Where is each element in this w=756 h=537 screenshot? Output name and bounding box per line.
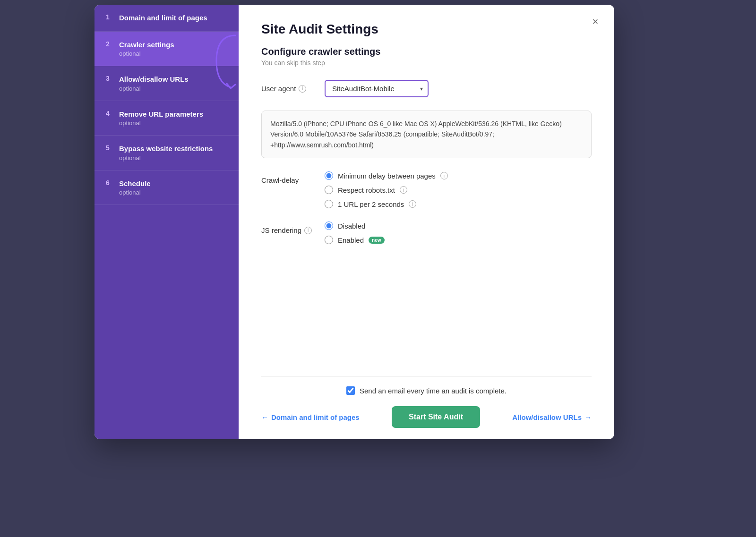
sidebar-item-title-4: Remove URL parameters	[119, 110, 203, 119]
sidebar-item-bypass[interactable]: 5 Bypass website restrictions optional	[94, 136, 239, 170]
js-rendering-disabled-label: Disabled	[338, 222, 365, 230]
crawl-delay-minimum-info-icon[interactable]: i	[440, 172, 448, 179]
forward-link[interactable]: Allow/disallow URLs →	[512, 413, 592, 421]
dialog: 1 Domain and limit of pages 2 Crawler se…	[94, 5, 614, 439]
crawl-delay-one-url[interactable]: 1 URL per 2 seconds i	[325, 200, 448, 208]
js-rendering-disabled[interactable]: Disabled	[325, 222, 385, 230]
new-badge: new	[369, 237, 384, 244]
section-title: Configure crawler settings	[261, 46, 592, 57]
js-rendering-info-icon[interactable]: i	[304, 227, 312, 234]
sidebar-item-number-5: 5	[106, 144, 114, 152]
sidebar-item-title-2: Crawler settings	[119, 40, 174, 50]
email-checkbox[interactable]	[346, 386, 355, 395]
forward-link-label: Allow/disallow URLs	[512, 413, 582, 421]
sidebar-item-crawler[interactable]: 2 Crawler settings optional	[94, 32, 239, 67]
back-link-label: Domain and limit of pages	[271, 413, 360, 421]
crawl-delay-label: Crawl-delay	[261, 171, 313, 184]
crawl-delay-minimum-label: Minimum delay between pages	[338, 172, 436, 180]
sidebar-item-number-2: 2	[106, 40, 114, 48]
js-rendering-row: JS rendering i Disabled Enabled new	[261, 222, 592, 244]
sidebar-item-number-3: 3	[106, 75, 114, 82]
crawl-delay-robots-label: Respect robots.txt	[338, 186, 395, 194]
js-rendering-enabled[interactable]: Enabled new	[325, 236, 385, 244]
email-label: Send an email every time an audit is com…	[360, 387, 507, 395]
sidebar-item-subtitle-4: optional	[119, 119, 227, 127]
crawl-delay-one-url-info-icon[interactable]: i	[409, 200, 416, 208]
sidebar-item-number-6: 6	[106, 179, 114, 187]
crawl-delay-one-url-radio[interactable]	[325, 200, 333, 208]
crawl-delay-robots[interactable]: Respect robots.txt i	[325, 186, 448, 194]
user-agent-select-wrapper: SiteAuditBot-Mobile SiteAuditBot-Desktop…	[325, 80, 429, 97]
sidebar-item-domain[interactable]: 1 Domain and limit of pages	[94, 5, 239, 32]
user-agent-row: User agent i SiteAuditBot-Mobile SiteAud…	[261, 80, 592, 97]
sidebar-item-subtitle-3: optional	[119, 85, 227, 92]
start-audit-button[interactable]: Start Site Audit	[392, 406, 480, 428]
user-agent-select[interactable]: SiteAuditBot-Mobile SiteAuditBot-Desktop…	[325, 80, 429, 97]
user-agent-info-icon[interactable]: i	[299, 85, 306, 93]
forward-arrow-icon: →	[584, 413, 592, 421]
nav-row: ← Domain and limit of pages Start Site A…	[261, 406, 592, 428]
sidebar-item-title-3: Allow/disallow URLs	[119, 75, 189, 84]
js-rendering-label: JS rendering i	[261, 222, 313, 234]
back-link[interactable]: ← Domain and limit of pages	[261, 413, 360, 421]
js-rendering-disabled-radio[interactable]	[325, 222, 333, 230]
crawl-delay-row: Crawl-delay Minimum delay between pages …	[261, 171, 592, 208]
sidebar-item-schedule[interactable]: 6 Schedule optional	[94, 170, 239, 205]
email-row: Send an email every time an audit is com…	[261, 386, 592, 395]
sidebar-item-title-5: Bypass website restrictions	[119, 144, 213, 153]
sidebar-item-subtitle-6: optional	[119, 189, 227, 196]
main-content: × Site Audit Settings Configure crawler …	[239, 5, 614, 439]
sidebar-item-subtitle-2: optional	[119, 50, 227, 57]
sidebar-item-remove-url[interactable]: 4 Remove URL parameters optional	[94, 101, 239, 136]
section-subtitle: You can skip this step	[261, 59, 592, 67]
crawl-delay-robots-radio[interactable]	[325, 186, 333, 194]
crawl-delay-minimum[interactable]: Minimum delay between pages i	[325, 171, 448, 180]
crawl-delay-options: Minimum delay between pages i Respect ro…	[325, 171, 448, 208]
js-rendering-enabled-label: Enabled	[338, 236, 364, 244]
js-rendering-options: Disabled Enabled new	[325, 222, 385, 244]
crawl-delay-one-url-label: 1 URL per 2 seconds	[338, 200, 404, 208]
user-agent-label: User agent i	[261, 80, 313, 93]
crawl-delay-minimum-radio[interactable]	[325, 171, 333, 180]
sidebar-item-title-1: Domain and limit of pages	[119, 13, 207, 23]
js-rendering-enabled-radio[interactable]	[325, 236, 333, 244]
useragent-string-box: Mozilla/5.0 (iPhone; CPU iPhone OS 6_0 l…	[261, 111, 592, 158]
close-button[interactable]: ×	[588, 14, 603, 29]
sidebar-item-allow[interactable]: 3 Allow/disallow URLs optional	[94, 66, 239, 101]
bottom-section: Send an email every time an audit is com…	[261, 376, 592, 428]
sidebar-item-number-1: 1	[106, 13, 114, 21]
sidebar-item-number-4: 4	[106, 110, 114, 117]
sidebar-item-subtitle-5: optional	[119, 154, 227, 162]
back-arrow-icon: ←	[261, 413, 268, 421]
crawl-delay-robots-info-icon[interactable]: i	[400, 186, 407, 194]
sidebar: 1 Domain and limit of pages 2 Crawler se…	[94, 5, 239, 439]
sidebar-item-title-6: Schedule	[119, 179, 151, 188]
dialog-title: Site Audit Settings	[261, 22, 592, 37]
